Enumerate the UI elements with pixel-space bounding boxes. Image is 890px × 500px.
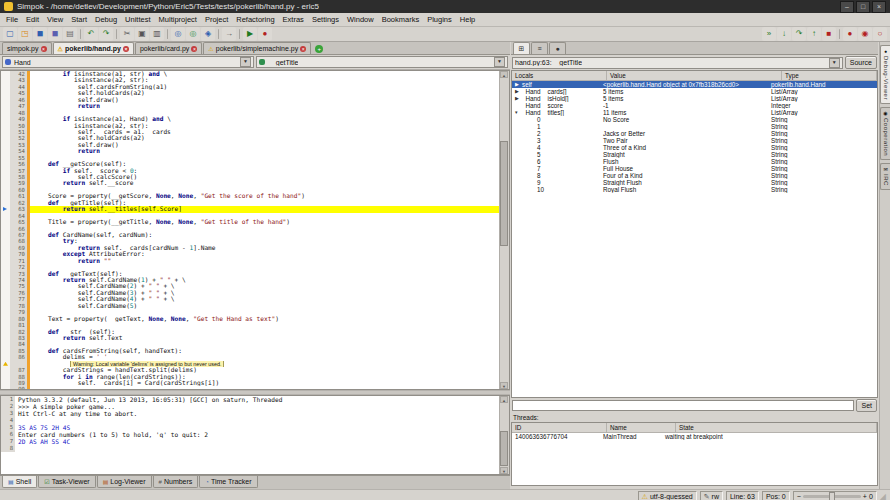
expander-icon[interactable]: ▾ xyxy=(515,109,521,116)
variable-row[interactable]: 6 Flush String xyxy=(512,158,877,165)
column-header-value[interactable]: Value xyxy=(607,71,782,80)
tab-task-viewer[interactable]: ☑ Task-Viewer xyxy=(38,476,95,488)
expander-icon[interactable] xyxy=(530,165,536,172)
maximize-button[interactable]: □ xyxy=(856,1,870,13)
run-script-icon[interactable]: ▶ xyxy=(243,27,257,41)
sep[interactable] xyxy=(218,29,219,39)
variable-row[interactable]: 4 Three of a Kind String xyxy=(512,144,877,151)
file-tab[interactable]: ⚠ pokerlib/card.py × xyxy=(135,42,202,54)
shell-scrollbar[interactable]: ▲ ▼ xyxy=(499,396,509,474)
sep[interactable] xyxy=(839,29,840,39)
scroll-up-icon[interactable]: ▲ xyxy=(500,71,508,78)
thread-row[interactable]: 140063636776704 MainThread waiting at br… xyxy=(512,433,877,440)
sidebar-debug-viewer[interactable]: ● Debug-Viewer xyxy=(880,45,890,104)
expander-icon[interactable] xyxy=(530,151,536,158)
shell-output[interactable]: 1 Python 3.3.2 (default, Jun 13 2013, 16… xyxy=(1,396,499,474)
scroll-up-icon[interactable]: ▲ xyxy=(500,396,508,403)
line-number[interactable]: 90 xyxy=(10,386,27,389)
expander-icon[interactable] xyxy=(530,179,536,186)
file-tab[interactable]: ⚠ pokerlib/simplemachine.py × xyxy=(203,42,311,54)
variable-row[interactable]: 8 Four of a Kind String xyxy=(512,172,877,179)
tab-log-viewer[interactable]: ▤ Log-Viewer xyxy=(97,476,152,488)
variable-row[interactable]: 10 Royal Flush String xyxy=(512,186,877,193)
undo-icon[interactable]: ↶ xyxy=(84,27,98,41)
step-out-icon[interactable]: ↑ xyxy=(807,27,821,41)
new-tab-icon[interactable]: + xyxy=(315,45,323,53)
expander-icon[interactable]: ▶ xyxy=(515,88,521,95)
menu-item[interactable]: Refactoring xyxy=(232,15,278,24)
close-tab-icon[interactable]: × xyxy=(300,46,306,52)
expander-icon[interactable] xyxy=(530,130,536,137)
variable-row[interactable]: ▶ _Hand__isHold[] 5 items List/Array xyxy=(512,95,877,102)
stop-debug-icon[interactable]: ■ xyxy=(822,27,836,41)
column-header-locals[interactable]: Locals xyxy=(512,71,607,80)
menu-item[interactable]: Help xyxy=(456,15,479,24)
menu-item[interactable]: Start xyxy=(67,15,91,24)
continue-icon[interactable]: » xyxy=(762,27,776,41)
expander-icon[interactable] xyxy=(530,172,536,179)
zoom-out-icon[interactable]: − xyxy=(797,493,801,500)
stack-viewer-tab[interactable]: ≡ xyxy=(531,42,548,54)
step-over-icon[interactable]: ↷ xyxy=(792,27,806,41)
menu-item[interactable]: Unittest xyxy=(121,15,154,24)
expander-icon[interactable]: ▶ xyxy=(515,81,521,88)
menu-item[interactable]: View xyxy=(43,15,67,24)
expander-icon[interactable] xyxy=(530,137,536,144)
editor-scrollbar-thumb[interactable] xyxy=(500,141,508,246)
search-next-icon[interactable]: ◎ xyxy=(186,27,200,41)
menu-item[interactable]: Project xyxy=(201,15,232,24)
variables-viewer-tab[interactable]: ⊞ xyxy=(513,42,530,54)
code-editor[interactable]: 42 if isinstance(a1, str) and \ 43 isins… xyxy=(0,70,510,390)
toggle-breakpoint-icon[interactable]: ● xyxy=(843,27,857,41)
column-header-id[interactable]: ID xyxy=(512,423,607,432)
menu-item[interactable]: Debug xyxy=(91,15,121,24)
file-tab[interactable]: ⚠ pokerlib/hand.py × xyxy=(53,42,134,54)
variable-row[interactable]: _Hand__score -1 Integer xyxy=(512,102,877,109)
menu-item[interactable]: Multiproject xyxy=(155,15,201,24)
variable-row[interactable]: 2 Jacks or Better String xyxy=(512,130,877,137)
sep[interactable] xyxy=(239,29,240,39)
shell-panel[interactable]: 1 Python 3.3.2 (default, Jun 13 2013, 16… xyxy=(0,395,510,475)
zoom-slider[interactable] xyxy=(803,495,861,498)
menu-item[interactable]: Window xyxy=(343,15,378,24)
sidebar-irc[interactable]: ✉ IRC xyxy=(880,163,890,190)
variable-row[interactable]: 5 Straight String xyxy=(512,151,877,158)
sep[interactable] xyxy=(167,29,168,39)
paste-icon[interactable]: ▥ xyxy=(150,27,164,41)
variable-row[interactable]: 3 Two Pair String xyxy=(512,137,877,144)
redo-icon[interactable]: ↷ xyxy=(99,27,113,41)
tab-shell[interactable]: ▤ Shell xyxy=(2,476,37,488)
expander-icon[interactable] xyxy=(530,116,536,123)
tab-numbers[interactable]: # Numbers xyxy=(153,476,199,488)
menu-item[interactable]: Edit xyxy=(22,15,43,24)
stack-frame-combo[interactable]: hand.py:63:__getTitle ▼ xyxy=(512,57,843,69)
clear-breakpoints-icon[interactable]: ○ xyxy=(873,27,887,41)
tab-time-tracker[interactable]: ◔ Time Tracker xyxy=(199,476,257,488)
file-tab[interactable]: ⚠ simpok.py × xyxy=(2,42,52,54)
step-into-icon[interactable]: ↓ xyxy=(777,27,791,41)
close-tab-icon[interactable]: × xyxy=(123,46,129,52)
variable-row[interactable]: 1 String xyxy=(512,123,877,130)
expander-icon[interactable] xyxy=(530,186,536,193)
source-button[interactable]: Source xyxy=(845,56,877,69)
expander-icon[interactable] xyxy=(530,158,536,165)
sep[interactable] xyxy=(80,29,81,39)
minimize-button[interactable]: – xyxy=(840,1,854,13)
member-combo[interactable]: __getTitle ▼ xyxy=(256,56,508,68)
print-icon[interactable]: ▤ xyxy=(63,27,77,41)
expander-icon[interactable]: ▶ xyxy=(515,95,521,102)
variable-row[interactable]: ▾ _Hand__titles[] 11 items List/Array xyxy=(512,109,877,116)
sep[interactable] xyxy=(116,29,117,39)
breakpoints-viewer-tab[interactable]: ● xyxy=(549,42,566,54)
chevron-down-icon[interactable]: ▼ xyxy=(494,57,505,67)
expander-icon[interactable] xyxy=(515,102,521,109)
menu-item[interactable]: Bookmarks xyxy=(378,15,424,24)
class-combo[interactable]: Hand ▼ xyxy=(2,56,254,68)
menu-item[interactable]: Settings xyxy=(308,15,343,24)
resize-grip[interactable]: ◢ xyxy=(880,493,886,500)
variable-row[interactable]: 9 Straight Flush String xyxy=(512,179,877,186)
column-header-type[interactable]: Type xyxy=(782,71,877,80)
set-button[interactable]: Set xyxy=(856,399,877,412)
column-header-name[interactable]: Name xyxy=(607,423,676,432)
column-header-state[interactable]: State xyxy=(676,423,877,432)
